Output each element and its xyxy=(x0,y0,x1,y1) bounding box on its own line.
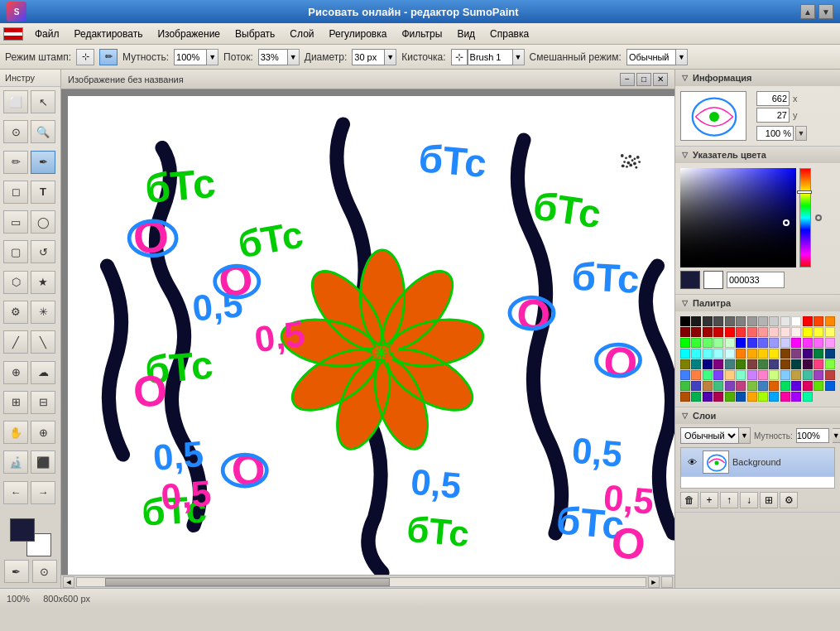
palette-color-cell[interactable] xyxy=(691,392,701,402)
layers-opacity-arrow[interactable]: ▼ xyxy=(833,428,840,443)
palette-color-cell[interactable] xyxy=(691,381,701,391)
palette-color-cell[interactable] xyxy=(758,327,768,337)
titlebar-down-btn[interactable]: ▼ xyxy=(818,4,833,19)
palette-color-cell[interactable] xyxy=(703,359,713,369)
canvas-close[interactable]: ✕ xyxy=(653,73,668,86)
palette-color-cell[interactable] xyxy=(691,316,701,326)
palette-color-cell[interactable] xyxy=(736,327,746,337)
palette-color-cell[interactable] xyxy=(758,338,768,348)
x-coord-input[interactable] xyxy=(756,91,790,106)
fg-color-swatch[interactable] xyxy=(680,271,700,289)
blend-arrow[interactable]: ▼ xyxy=(676,49,688,65)
brush-preview[interactable]: ⊹ xyxy=(451,49,468,65)
palette-color-cell[interactable] xyxy=(680,327,690,337)
palette-color-cell[interactable] xyxy=(769,359,779,369)
palette-color-cell[interactable] xyxy=(703,392,713,402)
palette-color-cell[interactable] xyxy=(825,381,835,391)
palette-color-cell[interactable] xyxy=(791,381,801,391)
palette-color-cell[interactable] xyxy=(791,359,801,369)
palette-color-cell[interactable] xyxy=(680,316,690,326)
tool-rounded-rect[interactable]: ▢ xyxy=(3,240,28,263)
tool-bucket[interactable]: ⬛ xyxy=(31,450,55,474)
layer-item-background[interactable]: 👁 Background xyxy=(681,448,834,477)
palette-color-cell[interactable] xyxy=(814,359,823,369)
tool-lasso[interactable]: ⊙ xyxy=(3,120,28,143)
tool-brush[interactable]: ✒ xyxy=(31,151,55,174)
tool-transform[interactable]: ⊟ xyxy=(31,391,55,414)
tool-pencil[interactable]: ✏ xyxy=(3,151,28,174)
palette-color-cell[interactable] xyxy=(725,370,735,380)
palette-color-cell[interactable] xyxy=(736,316,746,326)
palette-color-cell[interactable] xyxy=(803,316,813,326)
palette-color-cell[interactable] xyxy=(825,338,835,348)
tool-text[interactable]: T xyxy=(31,181,55,204)
palette-color-cell[interactable] xyxy=(725,359,735,369)
tool-move[interactable]: ↖ xyxy=(31,90,55,113)
canvas-image[interactable]: ✳ бТс бТс бТс бТс бТс бТс бТс бТс бТс бТ… xyxy=(68,96,674,575)
palette-color-cell[interactable] xyxy=(736,349,746,359)
palette-color-cell[interactable] xyxy=(803,349,813,359)
palette-color-cell[interactable] xyxy=(703,327,713,337)
palette-color-cell[interactable] xyxy=(725,349,735,359)
palette-color-cell[interactable] xyxy=(769,327,779,337)
palette-color-cell[interactable] xyxy=(803,370,813,380)
palette-color-cell[interactable] xyxy=(791,392,801,402)
palette-color-cell[interactable] xyxy=(736,370,746,380)
palette-color-cell[interactable] xyxy=(703,370,713,380)
layer-mode-select[interactable]: Обычный xyxy=(680,427,739,444)
palette-color-cell[interactable] xyxy=(780,327,790,337)
menu-filters[interactable]: Фильтры xyxy=(395,26,449,42)
palette-color-cell[interactable] xyxy=(713,338,723,348)
menu-select[interactable]: Выбрать xyxy=(228,26,281,42)
tool-undo-curve[interactable]: ↺ xyxy=(31,240,55,263)
palette-color-cell[interactable] xyxy=(791,316,801,326)
tool-star[interactable]: ★ xyxy=(31,271,55,294)
tool-smudge[interactable]: ☁ xyxy=(31,361,55,384)
tool-ellipse[interactable]: ◯ xyxy=(31,210,55,234)
palette-color-cell[interactable] xyxy=(703,316,713,326)
palette-color-cell[interactable] xyxy=(703,381,713,391)
tool-gear[interactable]: ⚙ xyxy=(3,301,28,324)
tool-extra-1[interactable]: ✒ xyxy=(4,560,29,583)
color-gradient[interactable] xyxy=(680,168,796,267)
palette-color-cell[interactable] xyxy=(780,381,790,391)
palette-color-cell[interactable] xyxy=(758,316,768,326)
stamp-btn-1[interactable]: ⊹ xyxy=(76,49,94,65)
palette-color-cell[interactable] xyxy=(825,370,835,380)
palette-color-cell[interactable] xyxy=(703,349,713,359)
palette-color-cell[interactable] xyxy=(791,338,801,348)
palette-color-cell[interactable] xyxy=(725,338,735,348)
palette-color-cell[interactable] xyxy=(747,370,757,380)
palette-color-cell[interactable] xyxy=(747,349,757,359)
palette-color-cell[interactable] xyxy=(703,338,713,348)
palette-color-cell[interactable] xyxy=(691,359,701,369)
tool-extra-2[interactable]: ⊙ xyxy=(32,560,57,583)
palette-color-cell[interactable] xyxy=(747,327,757,337)
brush-arrow[interactable]: ▼ xyxy=(513,49,525,65)
palette-color-cell[interactable] xyxy=(780,338,790,348)
palette-color-cell[interactable] xyxy=(825,349,835,359)
layer-down-btn[interactable]: ↓ xyxy=(740,492,758,508)
info-panel-header[interactable]: ▽ Информация xyxy=(675,70,840,86)
foreground-color-box[interactable] xyxy=(10,518,35,542)
menu-adjust[interactable]: Регулировка xyxy=(323,26,394,42)
palette-color-cell[interactable] xyxy=(691,349,701,359)
bg-color-swatch[interactable] xyxy=(703,271,723,289)
tool-eraser[interactable]: ◻ xyxy=(3,181,28,204)
layer-settings-btn[interactable]: ⚙ xyxy=(780,492,798,508)
palette-color-cell[interactable] xyxy=(736,392,746,402)
palette-color-cell[interactable] xyxy=(814,349,823,359)
palette-color-cell[interactable] xyxy=(780,370,790,380)
palette-color-cell[interactable] xyxy=(713,381,723,391)
canvas-scroll-area[interactable]: ✳ бТс бТс бТс бТс бТс бТс бТс бТс бТс бТ… xyxy=(61,89,674,575)
palette-color-cell[interactable] xyxy=(691,370,701,380)
flow-input[interactable] xyxy=(258,49,288,65)
menu-view[interactable]: Вид xyxy=(450,26,482,42)
palette-color-cell[interactable] xyxy=(747,392,757,402)
palette-color-cell[interactable] xyxy=(769,349,779,359)
layer-up-btn[interactable]: ↑ xyxy=(720,492,738,508)
menu-image[interactable]: Изображение xyxy=(151,26,227,42)
layer-delete-btn[interactable]: 🗑 xyxy=(680,492,698,508)
palette-color-cell[interactable] xyxy=(713,370,723,380)
palette-color-cell[interactable] xyxy=(825,359,835,369)
